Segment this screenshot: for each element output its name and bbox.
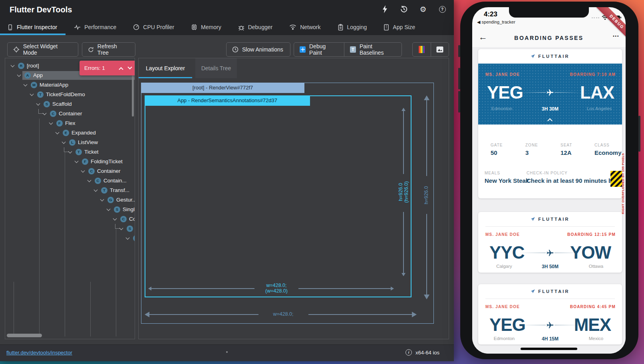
volume-down-button <box>458 91 460 113</box>
performance-icon <box>74 24 81 30</box>
boarding-pass-card[interactable]: FLUTTAIR MS. JANE DOE BOARDING 12:15 PM … <box>478 212 622 273</box>
chevron-down-icon[interactable] <box>119 226 123 230</box>
paint-baselines-button[interactable]: T Paint Baselines <box>344 43 402 56</box>
tab-details-tree[interactable]: Details Tree <box>195 58 237 78</box>
debug-paint-button[interactable]: Debug Paint <box>294 43 344 56</box>
tree-node-Transf...[interactable]: TTransf... <box>5 186 135 195</box>
widget-type-badge: R <box>18 63 24 69</box>
slow-animations-button[interactable]: Slow Animations <box>226 42 290 57</box>
chevron-down-icon[interactable] <box>43 111 47 115</box>
dim-line <box>298 288 394 289</box>
overflow-warning: RIGHT OVERFLOWED BY 155 PIXELS <box>620 160 626 216</box>
tab-flutter-inspector[interactable]: Flutter Inspector <box>0 19 66 35</box>
widget-name-label: MaterialApp <box>40 81 68 89</box>
connected-device-label: x64-64 ios <box>415 350 439 356</box>
boarding-pass-card[interactable]: FLUTTAIR MS. JANE DOE BOARDING 7:10 AM Y… <box>478 49 622 198</box>
chevron-down-icon[interactable] <box>30 92 34 96</box>
boarding-time: BOARDING 4:45 PM <box>570 305 616 309</box>
chevron-down-icon[interactable] <box>62 140 66 144</box>
volume-up-button <box>458 68 460 89</box>
chevron-down-icon[interactable] <box>107 207 111 211</box>
select-widget-mode-button[interactable]: Select Widget Mode <box>7 42 78 57</box>
widget-name-label: Scaffold <box>52 101 72 108</box>
documentation-link[interactable]: flutter.dev/devtools/inspector <box>6 350 72 356</box>
next-error-button[interactable] <box>127 65 132 69</box>
tree-node-C[interactable]: C <box>5 233 135 243</box>
chevron-down-icon[interactable] <box>11 63 15 67</box>
status-back-to-app[interactable]: ◀ spending_tracker <box>477 20 515 25</box>
cellular-signal-icon <box>592 17 600 18</box>
help-icon[interactable]: ? <box>438 5 447 14</box>
collapse-chevron-icon[interactable] <box>547 118 553 123</box>
zone-label: ZONE <box>525 143 538 147</box>
tab-memory[interactable]: Memory <box>183 19 230 35</box>
arrowhead-up-icon <box>402 108 405 111</box>
tab-logging[interactable]: Logging <box>329 19 376 35</box>
theme-icons-group <box>412 42 449 57</box>
tab-network[interactable]: Network <box>281 19 329 35</box>
chevron-down-icon[interactable] <box>24 83 28 87</box>
tree-node-Container[interactable]: CContainer <box>5 109 135 119</box>
widget-type-badge: A <box>24 72 31 79</box>
arrowhead-right-icon <box>412 312 417 317</box>
chevron-down-icon[interactable] <box>113 217 117 221</box>
tab-performance[interactable]: Performance <box>66 19 125 35</box>
tab-cpu-profiler[interactable]: CPU Profiler <box>125 19 183 35</box>
app-render-label[interactable]: App - RenderSemanticsAnnotations#72d37 <box>145 95 310 106</box>
tree-horizontal-scrollbar[interactable] <box>7 334 42 337</box>
boarding-pass-card[interactable]: FLUTTAIR MS. JANE DOE BOARDING 4:45 PM Y… <box>478 284 622 344</box>
app-render-box[interactable] <box>145 95 411 297</box>
tree-node-MaterialApp[interactable]: MMaterialApp <box>5 80 135 90</box>
image-preview-button[interactable] <box>431 43 449 56</box>
chevron-down-icon[interactable] <box>81 169 85 173</box>
checkin-policy-label: CHECK-IN POLICY <box>527 171 568 175</box>
chevron-down-icon[interactable] <box>17 73 21 77</box>
previous-error-button[interactable] <box>119 67 123 71</box>
tree-node-FoldingTicket[interactable]: FFoldingTicket <box>5 157 135 166</box>
silent-switch <box>458 45 460 57</box>
tree-vertical-scrollbar[interactable] <box>132 74 134 117</box>
tree-node-Co[interactable]: CCo <box>5 214 135 224</box>
tree-node-Flex[interactable]: FFlex <box>5 119 135 128</box>
bug-icon <box>238 24 244 31</box>
tab-app-size[interactable]: App Size <box>375 19 423 35</box>
history-icon[interactable] <box>400 5 408 14</box>
chevron-down-icon[interactable] <box>49 121 53 125</box>
tab-debugger[interactable]: Debugger <box>230 19 281 35</box>
widget-type-badge: C <box>133 235 135 241</box>
hot-restart-bolt-icon[interactable] <box>380 5 389 14</box>
errors-badge[interactable]: Errors: 1 <box>80 61 135 75</box>
chevron-down-icon[interactable] <box>75 159 79 163</box>
paint-baselines-icon: T <box>350 46 356 53</box>
tree-node-TicketFoldDemo[interactable]: TTicketFoldDemo <box>5 90 135 99</box>
root-render-label[interactable]: [root] - RenderView#772f7 <box>141 83 304 93</box>
color-scheme-button[interactable] <box>413 43 431 56</box>
tree-node-Scaffold[interactable]: SScaffold <box>5 99 135 109</box>
chevron-down-icon[interactable] <box>100 198 104 202</box>
tree-node-ListView[interactable]: LListView <box>5 138 135 147</box>
home-indicator[interactable] <box>521 348 577 350</box>
chevron-down-icon[interactable] <box>94 188 98 192</box>
widget-type-badge: C <box>95 178 101 184</box>
refresh-tree-button[interactable]: Refresh Tree <box>82 42 135 57</box>
tree-node-Container[interactable]: CContainer <box>5 166 135 176</box>
tree-node-Ticket[interactable]: TTicket <box>5 147 135 157</box>
settings-gear-icon[interactable]: ⚙ <box>419 5 427 14</box>
widget-type-badge: C <box>120 216 127 222</box>
widget-type-badge: T <box>101 187 107 194</box>
widget-type-badge: T <box>37 91 44 98</box>
tree-node-Gestur...[interactable]: GGestur... <box>5 195 135 205</box>
chevron-down-icon[interactable] <box>87 178 91 182</box>
tab-layout-explorer[interactable]: Layout Explorer <box>139 58 192 78</box>
tree-node-Contain...[interactable]: CContain... <box>5 176 135 186</box>
tree-node-Expanded[interactable]: EExpanded <box>5 128 135 138</box>
tree-node-Singl[interactable]: SSingl <box>5 205 135 214</box>
info-icon[interactable]: i <box>405 349 412 356</box>
chevron-down-icon[interactable] <box>56 131 60 135</box>
chevron-down-icon[interactable] <box>126 236 130 240</box>
chevron-down-icon[interactable] <box>68 150 72 154</box>
overflow-menu-icon[interactable]: ••• <box>613 34 619 38</box>
tree-node-S[interactable]: S <box>5 224 135 233</box>
seat-label: SEAT <box>561 143 572 147</box>
chevron-down-icon[interactable] <box>36 102 40 106</box>
